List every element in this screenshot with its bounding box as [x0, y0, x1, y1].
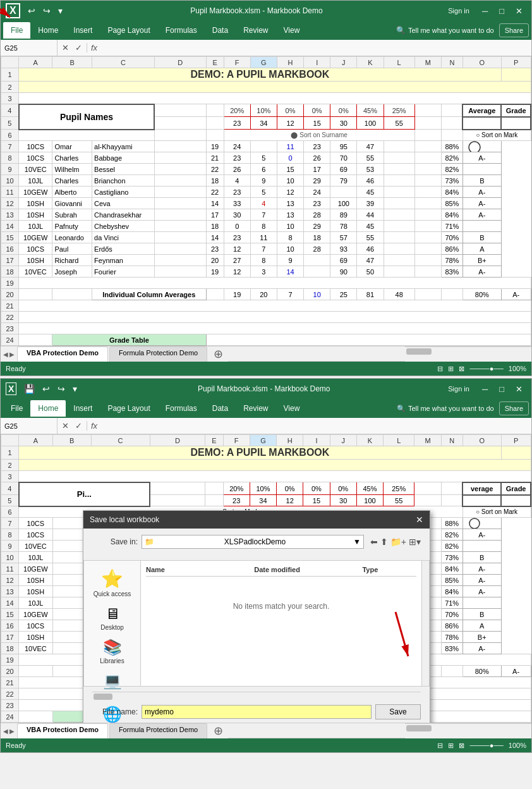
h-scrollbar-2[interactable]	[405, 723, 531, 732]
zoom-slider[interactable]: ────●──	[469, 365, 503, 372]
save-qa-btn[interactable]: 💾	[21, 382, 37, 395]
tab-formulas-1[interactable]: Formulas	[158, 22, 205, 39]
tab-view-2[interactable]: View	[276, 400, 308, 417]
col-B-2[interactable]: B	[52, 435, 91, 446]
close-button-1[interactable]: ✕	[512, 5, 526, 17]
col-B[interactable]: B	[52, 57, 92, 68]
col-G-2[interactable]: G	[250, 435, 276, 446]
tab-formulas-2[interactable]: Formulas	[158, 400, 205, 417]
tab-review-2[interactable]: Review	[236, 400, 275, 417]
cancel-formula-btn[interactable]: ✕	[60, 43, 71, 52]
col-D[interactable]: D	[154, 57, 206, 68]
restore-button-1[interactable]: □	[495, 5, 508, 17]
save-button[interactable]: Save	[375, 704, 421, 719]
undo-button[interactable]: ↩	[25, 4, 38, 17]
quick-access-dropdown[interactable]: ▾	[56, 4, 65, 17]
sheet-tab-formula-1[interactable]: Formula Protection Demo	[109, 346, 207, 362]
col-C[interactable]: C	[92, 57, 155, 68]
file-name-input[interactable]	[142, 705, 372, 719]
confirm-formula-btn[interactable]: ✓	[73, 43, 84, 52]
col-F[interactable]: F	[224, 57, 250, 68]
normal-view-icon[interactable]: ⊟	[437, 365, 443, 373]
sheet-tab-vba-1[interactable]: VBA Protection Demo	[17, 346, 108, 362]
tab-nav-left[interactable]: ◀	[3, 351, 8, 358]
col-H[interactable]: H	[277, 57, 303, 68]
minimize-button-1[interactable]: ─	[478, 5, 492, 17]
views-btn[interactable]: ⊞▾	[409, 537, 421, 547]
normal-view-icon-2[interactable]: ⊟	[437, 742, 443, 750]
col-G[interactable]: G	[250, 57, 277, 68]
col-L-2[interactable]: L	[384, 435, 414, 446]
add-sheet-btn-1[interactable]: ⊕	[209, 346, 228, 362]
col-F-2[interactable]: F	[223, 435, 250, 446]
tab-nav-right[interactable]: ▶	[9, 351, 15, 358]
col-I-2[interactable]: I	[303, 435, 330, 446]
col-P[interactable]: P	[501, 57, 531, 68]
sidebar-quick-access[interactable]: ⭐ Quick access	[87, 566, 138, 600]
col-A[interactable]: A	[19, 57, 52, 68]
share-button-1[interactable]: Share	[499, 23, 529, 37]
name-box-2[interactable]: G25	[1, 418, 57, 434]
col-M-2[interactable]: M	[414, 435, 441, 446]
col-H-2[interactable]: H	[277, 435, 303, 446]
tab-insert-2[interactable]: Insert	[66, 400, 100, 417]
redo-button[interactable]: ↪	[40, 4, 53, 17]
tab-data-2[interactable]: Data	[205, 400, 236, 417]
formula-input-1[interactable]	[101, 44, 531, 52]
dialog-scrollbar-v[interactable]	[421, 561, 429, 686]
tab-home-2[interactable]: Home	[30, 400, 66, 417]
tab-home-1[interactable]: Home	[30, 22, 66, 39]
tab-data-1[interactable]: Data	[205, 22, 236, 39]
minimize-button-2[interactable]: ─	[478, 383, 492, 395]
page-break-icon-2[interactable]: ⊠	[459, 742, 464, 750]
signin-link-1[interactable]: Sign in	[448, 7, 469, 15]
tab-nav-left-2[interactable]: ◀	[3, 728, 8, 735]
sheet-tab-vba-2[interactable]: VBA Protection Demo	[17, 723, 108, 738]
col-P-2[interactable]: P	[501, 435, 531, 446]
signin-link-2[interactable]: Sign in	[448, 385, 469, 393]
page-break-icon[interactable]: ⊠	[459, 365, 464, 373]
tell-me-label-2[interactable]: Tell me what you want to do	[408, 405, 494, 412]
dialog-h-scrollbar[interactable]	[92, 692, 421, 699]
tab-file-1[interactable]: File	[3, 22, 30, 39]
sheet-tab-formula-2[interactable]: Formula Protection Demo	[109, 723, 207, 738]
new-folder-btn[interactable]: 📁+	[390, 537, 406, 547]
zoom-level-1[interactable]: 100%	[509, 365, 526, 372]
formula-input-2[interactable]	[101, 422, 531, 430]
restore-button-2[interactable]: □	[495, 383, 508, 395]
tell-me-label-1[interactable]: Tell me what you want to do	[408, 27, 494, 34]
col-N-2[interactable]: N	[441, 435, 462, 446]
tab-review-1[interactable]: Review	[236, 22, 275, 39]
page-layout-icon-2[interactable]: ⊞	[448, 742, 454, 750]
col-O-2[interactable]: O	[462, 435, 501, 446]
col-N[interactable]: N	[441, 57, 462, 68]
sidebar-desktop[interactable]: 🖥 Desktop	[87, 602, 138, 633]
col-A-2[interactable]: A	[19, 435, 52, 446]
col-L[interactable]: L	[384, 57, 414, 68]
redo-btn-2[interactable]: ↪	[55, 382, 68, 395]
name-box-1[interactable]: G25	[1, 40, 57, 56]
page-layout-icon[interactable]: ⊞	[448, 365, 454, 373]
undo-btn-2[interactable]: ↩	[40, 382, 52, 395]
zoom-level-2[interactable]: 100%	[509, 742, 526, 749]
dialog-close-btn[interactable]: ✕	[416, 515, 423, 525]
col-E-2[interactable]: E	[205, 435, 223, 446]
save-in-dropdown[interactable]: 📁 XLSPadlockDemo ▼	[142, 535, 364, 549]
back-btn[interactable]: ⬅	[370, 537, 378, 547]
sidebar-libraries[interactable]: 📚 Libraries	[87, 636, 138, 667]
col-J[interactable]: J	[330, 57, 357, 68]
cancel-formula-btn-2[interactable]: ✕	[60, 421, 71, 431]
col-M[interactable]: M	[414, 57, 441, 68]
qa-dropdown-2[interactable]: ▾	[70, 382, 80, 395]
col-K[interactable]: K	[357, 57, 384, 68]
col-E[interactable]: E	[206, 57, 224, 68]
tab-pagelayout-1[interactable]: Page Layout	[100, 22, 157, 39]
share-button-2[interactable]: Share	[499, 401, 529, 415]
up-btn[interactable]: ⬆	[380, 537, 388, 547]
col-O[interactable]: O	[462, 57, 501, 68]
col-I[interactable]: I	[304, 57, 330, 68]
tab-file-2[interactable]: File	[3, 400, 30, 417]
add-sheet-btn-2[interactable]: ⊕	[209, 723, 228, 738]
zoom-slider-2[interactable]: ────●──	[469, 742, 503, 749]
col-D-2[interactable]: D	[150, 435, 205, 446]
